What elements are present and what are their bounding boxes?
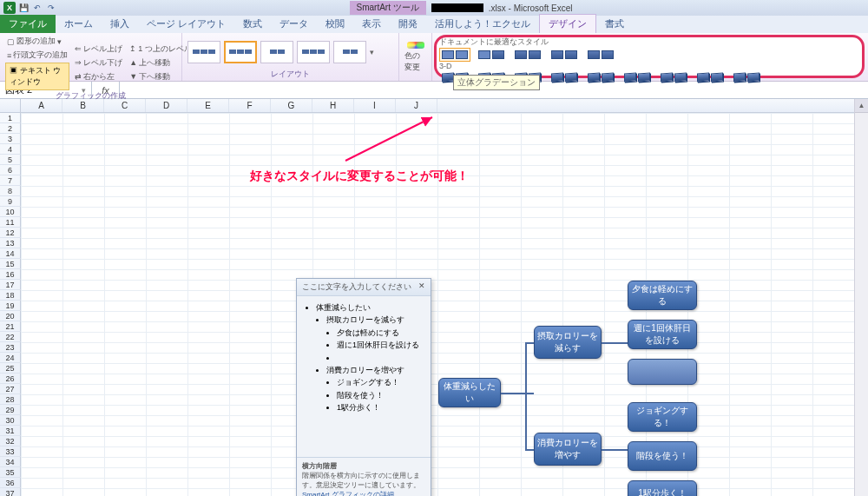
tab-format[interactable]: 書式 bbox=[596, 15, 633, 33]
tab-page-layout[interactable]: ページ レイアウト bbox=[138, 15, 234, 33]
scroll-up-icon[interactable]: ▲ bbox=[855, 99, 868, 113]
rtl-button[interactable]: ⇄ 右から左 bbox=[73, 70, 124, 83]
row-26[interactable]: 26 bbox=[0, 374, 21, 384]
bullet-b2[interactable]: 消費カロリーを増やす bbox=[326, 364, 422, 376]
smartart-diagram[interactable]: 体重減らしたい 摂取カロリーを減らす 消費カロリーを増やす 夕食は軽めにする 週… bbox=[438, 278, 768, 496]
change-color-button[interactable]: 色の変更 bbox=[404, 42, 426, 73]
row-37[interactable]: 37 bbox=[0, 488, 21, 496]
row-3[interactable]: 3 bbox=[0, 134, 21, 144]
row-27[interactable]: 27 bbox=[0, 384, 21, 394]
bullet-b1a[interactable]: 夕食は軽めにする bbox=[337, 327, 422, 339]
row-10[interactable]: 10 bbox=[0, 207, 21, 217]
row-29[interactable]: 29 bbox=[0, 405, 21, 415]
node-b2a[interactable]: ジョギングする！ bbox=[628, 402, 697, 432]
node-b1b[interactable]: 週に1回休肝日を設ける bbox=[628, 320, 697, 349]
row-7[interactable]: 7 bbox=[0, 175, 21, 186]
layout-more-icon[interactable]: ▾ bbox=[370, 48, 374, 56]
col-H[interactable]: H bbox=[312, 99, 354, 112]
row-4[interactable]: 4 bbox=[0, 144, 21, 155]
col-E[interactable]: E bbox=[187, 99, 229, 112]
bullet-b2a[interactable]: ジョギングする！ bbox=[337, 376, 422, 388]
bullet-b1[interactable]: 摂取カロリーを減らす bbox=[326, 314, 422, 326]
style-3d-7[interactable] bbox=[658, 70, 689, 84]
smartart-text-pane[interactable]: ここに文字を入力してください✕ 体重減らしたい 摂取カロリーを減らす 夕食は軽め… bbox=[296, 278, 431, 496]
bullet-root[interactable]: 体重減らしたい bbox=[316, 301, 422, 314]
row-32[interactable]: 32 bbox=[0, 436, 21, 446]
add-bullet-button[interactable]: ≡ 行頭文字の追加 bbox=[5, 49, 69, 62]
bullet-empty[interactable] bbox=[337, 352, 422, 364]
layout-thumb-1[interactable] bbox=[187, 41, 220, 63]
col-F[interactable]: F bbox=[229, 99, 271, 112]
layout-thumb-5[interactable] bbox=[333, 41, 366, 63]
tab-insert[interactable]: 挿入 bbox=[102, 15, 138, 33]
tab-data[interactable]: データ bbox=[271, 15, 317, 33]
add-shape-button[interactable]: ▢ 図形の追加 ▾ bbox=[5, 35, 69, 48]
tab-formula[interactable]: 数式 bbox=[234, 15, 271, 33]
style-flat-1[interactable] bbox=[439, 48, 470, 62]
row-1[interactable]: 1 bbox=[0, 113, 21, 123]
row-15[interactable]: 15 bbox=[0, 259, 21, 269]
row-28[interactable]: 28 bbox=[0, 394, 21, 405]
row-13[interactable]: 13 bbox=[0, 238, 21, 248]
row-18[interactable]: 18 bbox=[0, 290, 21, 301]
row-9[interactable]: 9 bbox=[0, 196, 21, 207]
col-J[interactable]: J bbox=[396, 99, 437, 112]
style-flat-2[interactable] bbox=[476, 48, 507, 62]
row-24[interactable]: 24 bbox=[0, 353, 21, 363]
bullet-b2b[interactable]: 階段を使う！ bbox=[337, 389, 422, 401]
style-3d-4[interactable] bbox=[549, 70, 580, 84]
layout-thumb-2[interactable] bbox=[224, 41, 257, 63]
tab-custom[interactable]: 活用しよう！エクセル bbox=[426, 15, 539, 33]
row-19[interactable]: 19 bbox=[0, 301, 21, 311]
row-21[interactable]: 21 bbox=[0, 321, 21, 332]
node-b1[interactable]: 摂取カロリーを減らす bbox=[534, 326, 602, 359]
row-34[interactable]: 34 bbox=[0, 457, 21, 467]
textpane-body[interactable]: 体重減らしたい 摂取カロリーを減らす 夕食は軽めにする 週に1回休肝日を設ける … bbox=[297, 296, 431, 453]
row-11[interactable]: 11 bbox=[0, 217, 21, 228]
row-33[interactable]: 33 bbox=[0, 446, 21, 457]
row-16[interactable]: 16 bbox=[0, 269, 21, 280]
row-2[interactable]: 2 bbox=[0, 123, 21, 134]
style-3d-8[interactable] bbox=[694, 70, 726, 84]
level-up-button[interactable]: ⇐ レベル上げ bbox=[73, 43, 124, 56]
style-3d-9[interactable] bbox=[731, 70, 762, 84]
style-3d-6[interactable] bbox=[621, 70, 653, 84]
row-35[interactable]: 35 bbox=[0, 467, 21, 478]
row-8[interactable]: 8 bbox=[0, 186, 21, 196]
row-17[interactable]: 17 bbox=[0, 280, 21, 290]
tab-dev[interactable]: 開発 bbox=[390, 15, 426, 33]
node-b2b[interactable]: 階段を使う！ bbox=[628, 441, 697, 471]
node-empty[interactable] bbox=[628, 359, 697, 385]
row-20[interactable]: 20 bbox=[0, 311, 21, 321]
tab-view[interactable]: 表示 bbox=[353, 15, 390, 33]
tab-file[interactable]: ファイル bbox=[0, 15, 56, 33]
style-flat-3[interactable] bbox=[512, 48, 543, 62]
row-12[interactable]: 12 bbox=[0, 228, 21, 238]
layout-thumb-3[interactable] bbox=[260, 41, 293, 63]
node-b1a[interactable]: 夕食は軽めにする bbox=[628, 281, 697, 310]
row-6[interactable]: 6 bbox=[0, 165, 21, 175]
worksheet-grid[interactable]: 1234567891011121314151617181920212223242… bbox=[0, 113, 868, 496]
row-5[interactable]: 5 bbox=[0, 155, 21, 165]
row-36[interactable]: 36 bbox=[0, 478, 21, 488]
style-flat-5[interactable] bbox=[585, 48, 616, 62]
undo-icon[interactable]: ↶ bbox=[31, 2, 43, 14]
tab-design[interactable]: デザイン bbox=[539, 14, 596, 33]
redo-icon[interactable]: ↷ bbox=[45, 2, 57, 14]
bullet-b2c[interactable]: 1駅分歩く！ bbox=[337, 401, 422, 413]
save-icon[interactable]: 💾 bbox=[17, 2, 30, 14]
tab-home[interactable]: ホーム bbox=[56, 15, 102, 33]
row-30[interactable]: 30 bbox=[0, 415, 21, 426]
col-I[interactable]: I bbox=[354, 99, 396, 112]
row-14[interactable]: 14 bbox=[0, 248, 21, 259]
style-flat-4[interactable] bbox=[549, 48, 580, 62]
textpane-close-icon[interactable]: ✕ bbox=[418, 281, 425, 293]
node-b2c[interactable]: 1駅分歩く！ bbox=[628, 480, 697, 496]
row-23[interactable]: 23 bbox=[0, 342, 21, 353]
tab-review[interactable]: 校閲 bbox=[317, 15, 353, 33]
textpane-help-link[interactable]: SmartArt グラフィックの詳細 bbox=[302, 491, 394, 496]
level-down-button[interactable]: ⇒ レベル下げ bbox=[73, 56, 124, 69]
vertical-scrollbar[interactable]: ▲ bbox=[854, 99, 868, 496]
layout-thumb-4[interactable] bbox=[297, 41, 330, 63]
row-31[interactable]: 31 bbox=[0, 426, 21, 436]
